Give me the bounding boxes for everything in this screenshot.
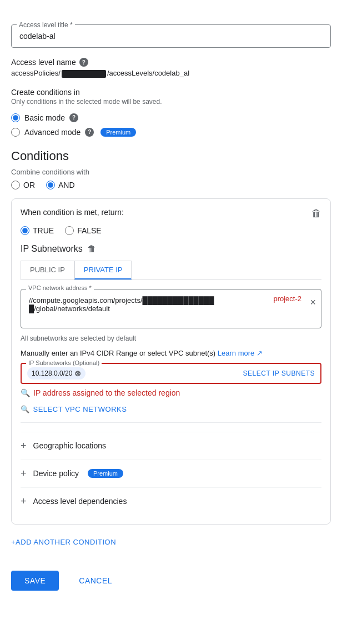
- create-conditions-label: Create conditions in: [11, 88, 331, 97]
- vpc-hint: All subnetworks are selected by default: [21, 335, 321, 342]
- geographic-locations-row[interactable]: + Geographic locations: [21, 432, 321, 460]
- select-vpc-label: SELECT VPC NETWORKS: [33, 405, 127, 413]
- false-radio[interactable]: [65, 226, 74, 235]
- ip-subnetworks-tabs: PUBLIC IP PRIVATE IP: [21, 261, 321, 280]
- advanced-mode-radio[interactable]: [11, 128, 20, 137]
- condition-return-label: When condition is met, return:: [21, 208, 124, 217]
- combine-label: Combine conditions with: [11, 168, 331, 176]
- false-radio-row: FALSE: [65, 226, 102, 235]
- or-radio-row: OR: [11, 181, 35, 189]
- vpc-clear-button[interactable]: ×: [310, 297, 316, 308]
- basic-mode-label: Basic mode: [24, 113, 65, 122]
- geographic-locations-expand-icon: +: [21, 440, 27, 452]
- false-label: FALSE: [77, 226, 102, 235]
- or-radio[interactable]: [11, 181, 20, 189]
- action-buttons: SAVE CANCEL: [11, 562, 331, 600]
- select-vpc-icon: 🔍: [21, 405, 30, 413]
- warning-icon: 🔍: [21, 388, 30, 397]
- learn-more-link[interactable]: Learn more ↗: [218, 349, 263, 357]
- cancel-button[interactable]: CANCEL: [66, 571, 125, 591]
- redacted-value: [62, 70, 106, 78]
- advanced-mode-help-icon[interactable]: ?: [85, 128, 94, 137]
- access-level-name-label: Access level name: [11, 58, 76, 67]
- basic-mode-radio[interactable]: [11, 113, 20, 122]
- true-radio[interactable]: [21, 226, 29, 235]
- or-label: OR: [23, 181, 35, 189]
- access-level-name-help-icon[interactable]: ?: [79, 58, 88, 67]
- access-level-title-label: Access level title *: [17, 21, 75, 29]
- advanced-mode-label: Advanced mode: [24, 128, 81, 137]
- select-vpc-networks-button[interactable]: 🔍 SELECT VPC NETWORKS: [21, 405, 127, 413]
- warning-message: IP address assigned to the selected regi…: [33, 388, 180, 397]
- select-ip-subnets-button[interactable]: SELECT IP SUBNETS: [243, 370, 315, 377]
- and-radio-row: AND: [46, 181, 75, 189]
- project-label: project-2: [273, 294, 301, 303]
- access-level-dependencies-label: Access level dependencies: [33, 497, 127, 506]
- advanced-mode-row: Advanced mode ? Premium: [11, 128, 331, 137]
- chip-remove-button[interactable]: ⊗: [74, 369, 81, 378]
- divider-1: [21, 422, 321, 423]
- tab-public-ip[interactable]: PUBLIC IP: [21, 261, 74, 279]
- device-policy-expand-icon: +: [21, 468, 27, 480]
- advanced-mode-premium-badge: Premium: [100, 128, 136, 137]
- access-level-dependencies-expand-icon: +: [21, 496, 27, 507]
- add-another-condition-button[interactable]: +ADD ANOTHER CONDITION: [11, 533, 116, 551]
- cidr-row: Manually enter an IPv4 CIDR Range or sel…: [21, 349, 321, 357]
- access-level-dependencies-row[interactable]: + Access level dependencies: [21, 487, 321, 515]
- conditions-section: Conditions Combine conditions with OR AN…: [11, 149, 331, 562]
- delete-ip-subnetworks-icon[interactable]: 🗑: [87, 244, 96, 254]
- true-label: TRUE: [33, 226, 54, 235]
- vpc-field-container: VPC network address * //compute.googleap…: [21, 289, 321, 330]
- ip-chip: 10.128.0.0/20 ⊗: [27, 367, 86, 380]
- create-conditions-sublabel: Only conditions in the selected mode wil…: [11, 98, 331, 106]
- delete-condition-icon[interactable]: 🗑: [311, 208, 321, 219]
- device-policy-row[interactable]: + Device policy Premium: [21, 460, 321, 487]
- tab-private-ip[interactable]: PRIVATE IP: [74, 261, 132, 279]
- and-label: AND: [58, 181, 75, 189]
- true-radio-row: TRUE: [21, 226, 54, 235]
- save-button[interactable]: SAVE: [11, 571, 59, 591]
- access-level-name-value: accessPolicies//accessLevels/codelab_al: [11, 69, 331, 78]
- vpc-field-label: VPC network address *: [26, 284, 94, 291]
- ip-subnets-label: IP Subnetworks (Optional): [26, 360, 102, 366]
- and-radio[interactable]: [46, 181, 55, 189]
- device-policy-label: Device policy: [33, 469, 79, 478]
- device-policy-premium-badge: Premium: [88, 469, 123, 478]
- warning-text: 🔍 IP address assigned to the selected re…: [21, 388, 321, 397]
- geographic-locations-label: Geographic locations: [33, 441, 107, 450]
- basic-mode-row: Basic mode ?: [11, 113, 331, 122]
- conditions-title: Conditions: [11, 149, 331, 163]
- basic-mode-help-icon[interactable]: ?: [69, 113, 78, 122]
- ip-subnets-container: IP Subnetworks (Optional) 10.128.0.0/20 …: [21, 363, 321, 384]
- ip-chip-value: 10.128.0.0/20: [32, 370, 72, 377]
- ip-subnetworks-title: IP Subnetworks: [21, 244, 83, 254]
- condition-card: When condition is met, return: 🗑 TRUE FA…: [11, 198, 331, 525]
